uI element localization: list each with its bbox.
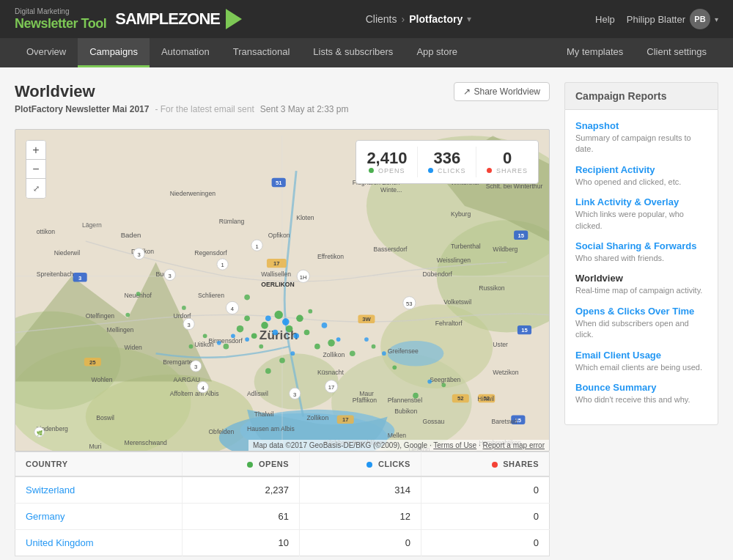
svg-text:🌿: 🌿 <box>37 430 43 436</box>
zoom-controls: + − ⤢ <box>26 140 46 199</box>
svg-text:Effretikon: Effretikon <box>317 253 344 260</box>
svg-point-112 <box>286 325 293 333</box>
svg-point-126 <box>350 350 356 356</box>
svg-text:Niederweningen: Niederweningen <box>170 190 216 197</box>
svg-point-138 <box>293 333 299 339</box>
svg-text:Muri: Muri <box>89 443 102 450</box>
sidebar-link-link-activity[interactable]: Link Activity & Overlay <box>575 196 707 207</box>
sidebar-link-email-client[interactable]: Email Client Usage <box>575 350 707 361</box>
svg-point-148 <box>290 351 295 355</box>
shares-cell: 0 <box>421 504 549 530</box>
stat-clicks: 336 CLICKS <box>418 147 476 177</box>
sidebar-link-snapshot[interactable]: Snapshot <box>575 120 707 131</box>
svg-point-133 <box>182 306 186 310</box>
svg-text:Baretswil: Baretswil <box>491 418 517 425</box>
clients-link[interactable]: Clients <box>366 13 397 25</box>
svg-point-119 <box>328 339 335 347</box>
terms-link[interactable]: Terms of Use <box>433 441 476 449</box>
table-header-row: COUNTRY OPENS CLICKS SHARES <box>15 452 550 477</box>
svg-point-139 <box>273 330 279 336</box>
svg-point-135 <box>413 393 419 399</box>
svg-text:Bassersdorf: Bassersdorf <box>374 246 408 253</box>
svg-point-145 <box>217 341 221 345</box>
clicks-col-label: CLICKS <box>378 460 410 468</box>
sidebar-box: Snapshot Summary of campaign results to … <box>564 109 718 425</box>
clicks-dot <box>428 168 433 173</box>
table-row: Switzerland 2,237 314 0 <box>15 476 550 504</box>
sidebar-link-bounce-summary[interactable]: Bounce Summary <box>575 382 707 393</box>
content-area: Worldview PlotFactory Newsletter Mai 201… <box>15 82 550 556</box>
svg-point-144 <box>231 334 235 338</box>
svg-text:Hausen am Albis: Hausen am Albis <box>247 425 295 432</box>
clicks-label: CLICKS <box>428 167 465 174</box>
svg-text:3: 3 <box>169 273 172 279</box>
svg-point-130 <box>308 309 312 314</box>
nav-item-app-store[interactable]: App store <box>405 38 469 67</box>
help-link[interactable]: Help <box>595 14 615 25</box>
zoom-out-button[interactable]: − <box>26 160 45 179</box>
svg-text:Baden: Baden <box>121 231 141 239</box>
country-link[interactable]: Germany <box>26 511 65 522</box>
svg-text:3: 3 <box>187 322 190 328</box>
nav-item-automation[interactable]: Automation <box>150 38 221 67</box>
zoom-in-button[interactable]: + <box>26 141 45 160</box>
svg-point-141 <box>322 323 328 328</box>
nav-item-client-settings[interactable]: Client settings <box>635 38 718 67</box>
brand-logo: SAMPLEZONE <box>115 9 242 29</box>
svg-text:Wildberg: Wildberg <box>493 246 517 253</box>
country-link[interactable]: United Kingdom <box>26 537 94 548</box>
sidebar-desc: Real-time map of campaign activity. <box>575 285 707 296</box>
nav-item-lists-subscribers[interactable]: Lists & subscribers <box>301 38 405 67</box>
breadcrumb-dropdown-icon[interactable]: ▾ <box>467 14 471 24</box>
logo-arrow-icon <box>226 9 242 29</box>
sidebar-active-label: Worldview <box>575 273 707 284</box>
nav-item-transactional[interactable]: Transactional <box>221 38 302 67</box>
top-header: Digital Marketing Newsletter Tool SAMPLE… <box>0 0 733 38</box>
svg-point-122 <box>259 345 263 349</box>
report-link[interactable]: Report a map error <box>483 441 545 449</box>
sent-text: Sent 3 May at 2:33 pm <box>260 104 349 114</box>
svg-point-121 <box>265 368 271 374</box>
opens-cell: 61 <box>182 504 299 530</box>
svg-text:Thalwil: Thalwil <box>254 410 274 418</box>
user-dropdown-icon[interactable]: ▾ <box>715 15 718 23</box>
svg-text:17: 17 <box>328 384 335 391</box>
nav-item-overview[interactable]: Overview <box>15 38 78 67</box>
fullscreen-button[interactable]: ⤢ <box>26 179 45 198</box>
svg-text:Wetzikon: Wetzikon <box>493 369 518 376</box>
svg-point-146 <box>364 337 369 342</box>
share-button[interactable]: ↗ Share Worldview <box>454 82 550 101</box>
svg-text:53: 53 <box>406 301 413 307</box>
sidebar-link-recipient-activity[interactable]: Recipient Activity <box>575 164 707 175</box>
svg-text:ottikon: ottikon <box>37 228 56 235</box>
brand-name: SAMPLEZONE <box>115 10 220 29</box>
user-area[interactable]: Philipp Blatter PB ▾ <box>627 9 718 29</box>
nav-item-campaigns[interactable]: Campaigns <box>78 38 150 67</box>
svg-point-125 <box>189 345 194 349</box>
svg-point-132 <box>125 313 130 317</box>
col-country-header: COUNTRY <box>15 452 183 477</box>
opens-cell: 10 <box>182 530 299 556</box>
svg-text:Zollikon: Zollikon <box>307 414 329 421</box>
sidebar-link-social-sharing[interactable]: Social Sharing & Forwards <box>575 240 707 251</box>
shares-value: 0 <box>487 150 528 167</box>
sidebar-item-worldview: Worldview Real-time map of campaign acti… <box>575 273 707 296</box>
svg-text:3: 3 <box>137 251 140 258</box>
svg-text:AARGAU: AARGAU <box>174 376 200 383</box>
svg-text:Uitikon: Uitikon <box>194 341 214 348</box>
svg-text:Volketswil: Volketswil <box>443 298 471 306</box>
country-table: COUNTRY OPENS CLICKS SHARES <box>15 452 550 556</box>
svg-text:Niederwil: Niederwil <box>54 249 80 257</box>
nav-item-my-templates[interactable]: My templates <box>555 38 635 67</box>
table-row: Germany 61 12 0 <box>15 504 550 530</box>
country-link[interactable]: Switzerland <box>26 485 75 495</box>
svg-text:Boswil: Boswil <box>96 414 114 421</box>
country-cell: Switzerland <box>15 476 183 504</box>
svg-text:Greifensee: Greifensee <box>388 347 419 355</box>
sidebar-link-opens-clicks[interactable]: Opens & Clicks Over Time <box>575 306 707 317</box>
opens-dot <box>369 168 374 173</box>
table-row: United Kingdom 10 0 0 <box>15 530 550 556</box>
svg-text:Fehraltorf: Fehraltorf <box>435 320 463 327</box>
stats-overlay: 2,410 OPENS 336 CLICKS 0 <box>356 140 539 184</box>
svg-point-131 <box>136 292 141 296</box>
